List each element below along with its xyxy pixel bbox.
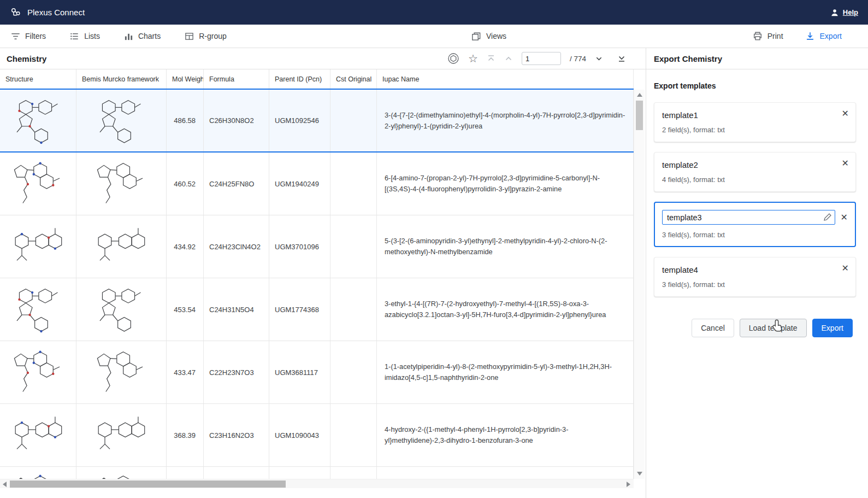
template-name: template4 (662, 265, 848, 274)
cst-original-cell (330, 215, 377, 278)
scroll-up-arrow[interactable] (636, 92, 643, 98)
charts-label: Charts (138, 32, 161, 40)
print-button[interactable]: Print (753, 31, 783, 41)
delete-template-icon[interactable]: ✕ (842, 159, 849, 168)
parent-id-cell: UGM3681117 (269, 341, 330, 403)
help-button[interactable]: Help (830, 8, 858, 17)
export-button-toolbar[interactable]: Export (805, 31, 842, 41)
table-row[interactable]: 460.52 C24H25FN8O UGM1940249 6-[4-amino-… (0, 153, 634, 215)
template-name: template2 (662, 160, 848, 169)
rgroup-button[interactable]: R-group (185, 32, 227, 41)
mol-weight-cell: 460.52 (167, 153, 204, 215)
structure-image (0, 90, 76, 151)
table-row[interactable]: 453.54 C24H31N5O4 UGM1774368 3-ethyl-1-{… (0, 278, 634, 341)
structure-image (0, 341, 76, 403)
table-grid-icon (185, 32, 194, 41)
framework-image (76, 404, 167, 466)
table-header-row: Structure Bemis Murcko framework Mol Wei… (0, 69, 634, 90)
page-title: Chemistry (7, 54, 46, 63)
delete-template-icon[interactable]: ✕ (842, 109, 849, 118)
iupac-name-cell: 4-hydroxy-2-({1-methyl-4-phenyl-1H-pyrro… (377, 404, 634, 466)
scroll-right-arrow[interactable] (625, 481, 631, 488)
table-row-partial[interactable] (0, 467, 634, 479)
cst-original-cell (330, 90, 377, 151)
structure-image (0, 153, 76, 215)
parent-id-cell: UGM1774368 (269, 278, 330, 341)
views-button[interactable]: Views (471, 31, 506, 42)
bar-chart-icon (124, 32, 133, 41)
mol-weight-cell: 453.54 (167, 278, 204, 341)
column-header-mol-weight[interactable]: Mol Weigh (167, 69, 204, 89)
print-icon (753, 31, 763, 41)
formula-cell: C23H16N2O3 (204, 404, 269, 466)
column-header-cst-original[interactable]: Cst Original (330, 69, 377, 89)
vertical-scroll-thumb[interactable] (636, 101, 643, 130)
delete-template-icon[interactable]: ✕ (841, 213, 848, 222)
table-row[interactable]: 486.58 C26H30N8O2 UGM1092546 3-(4-{7-[2-… (0, 90, 634, 153)
framework-image (76, 467, 167, 479)
scroll-down-arrow[interactable] (636, 470, 643, 477)
mol-weight-cell: 368.39 (167, 404, 204, 466)
charts-button[interactable]: Charts (124, 32, 161, 41)
iupac-name-cell: 6-[4-amino-7-(propan-2-yl)-7H-pyrrolo[2,… (377, 153, 634, 215)
first-record-icon[interactable] (487, 54, 495, 63)
template-card-2[interactable]: template2 ✕ 4 field(s), format: txt (654, 152, 856, 192)
lists-label: Lists (84, 32, 100, 40)
framework-image (76, 153, 167, 215)
last-record-icon[interactable] (617, 54, 626, 63)
scroll-left-arrow[interactable] (2, 481, 8, 488)
record-dropdown-icon[interactable] (595, 55, 603, 63)
structure-search-icon[interactable] (447, 52, 459, 65)
list-icon (70, 32, 79, 41)
template-name: template1 (662, 110, 848, 120)
export-panel-title: Export Chemistry (646, 48, 868, 69)
cancel-button[interactable]: Cancel (692, 319, 734, 337)
print-label: Print (767, 32, 783, 40)
rgroup-label: R-group (199, 32, 227, 40)
template-card-3-selected[interactable]: ✕ 3 field(s), format: txt (654, 202, 856, 247)
filters-button[interactable]: Filters (11, 32, 46, 41)
column-header-iupac[interactable]: Iupac Name (377, 69, 634, 89)
horizontal-scroll-thumb[interactable] (10, 481, 286, 488)
column-header-structure[interactable]: Structure (0, 69, 76, 89)
framework-image (76, 215, 167, 278)
structure-image (0, 467, 76, 479)
template-name-input[interactable] (662, 210, 835, 225)
lists-button[interactable]: Lists (70, 32, 100, 41)
template-card-4[interactable]: template4 ✕ 3 field(s), format: txt (654, 257, 856, 297)
formula-cell: C26H30N8O2 (204, 90, 269, 151)
structure-image (0, 404, 76, 466)
mol-weight-cell: 434.92 (167, 215, 204, 278)
delete-template-icon[interactable]: ✕ (842, 264, 849, 273)
iupac-name-cell: 3-(4-{7-[2-(dimethylamino)ethyl]-4-(morp… (377, 90, 634, 151)
table-row[interactable]: 433.47 C22H23N7O3 UGM3681117 1-(1-acetyl… (0, 341, 634, 404)
app-title: Plexus Connect (27, 8, 85, 17)
edit-pencil-icon[interactable] (823, 213, 832, 221)
previous-record-icon[interactable] (504, 54, 513, 63)
table-row[interactable]: 368.39 C23H16N2O3 UGM1090043 4-hydroxy-2… (0, 404, 634, 467)
help-label: Help (843, 8, 858, 16)
vertical-scrollbar (634, 90, 645, 479)
horizontal-scrollbar (0, 479, 634, 488)
record-number-input[interactable] (522, 52, 561, 65)
iupac-name-cell: 3-ethyl-1-{4-[(7R)-7-(2-hydroxyethyl)-7-… (377, 278, 634, 341)
filters-label: Filters (25, 32, 46, 40)
template-card-1[interactable]: template1 ✕ 2 field(s), format: txt (654, 102, 856, 142)
load-template-button[interactable]: Load template (740, 319, 807, 337)
export-confirm-button[interactable]: Export (812, 319, 853, 337)
favorite-star-icon[interactable]: ☆ (468, 53, 478, 64)
template-details: 4 field(s), format: txt (662, 175, 848, 184)
record-total-label: / 774 (570, 55, 586, 63)
formula-cell: C22H23N7O3 (204, 341, 269, 403)
table-row[interactable]: 434.92 C24H23ClN4O2 UGM3701096 5-(3-[2-(… (0, 215, 634, 278)
structure-image (0, 215, 76, 278)
column-header-formula[interactable]: Formula (204, 69, 269, 89)
parent-id-cell: UGM1090043 (269, 404, 330, 466)
formula-cell: C24H31N5O4 (204, 278, 269, 341)
template-details: 3 field(s), format: txt (662, 231, 848, 239)
framework-image (76, 341, 167, 403)
parent-id-cell: UGM1092546 (269, 90, 330, 151)
column-header-framework[interactable]: Bemis Murcko framework (76, 69, 167, 89)
column-header-parent-id[interactable]: Parent ID (Pcn) (269, 69, 330, 89)
cst-original-cell (330, 153, 377, 215)
